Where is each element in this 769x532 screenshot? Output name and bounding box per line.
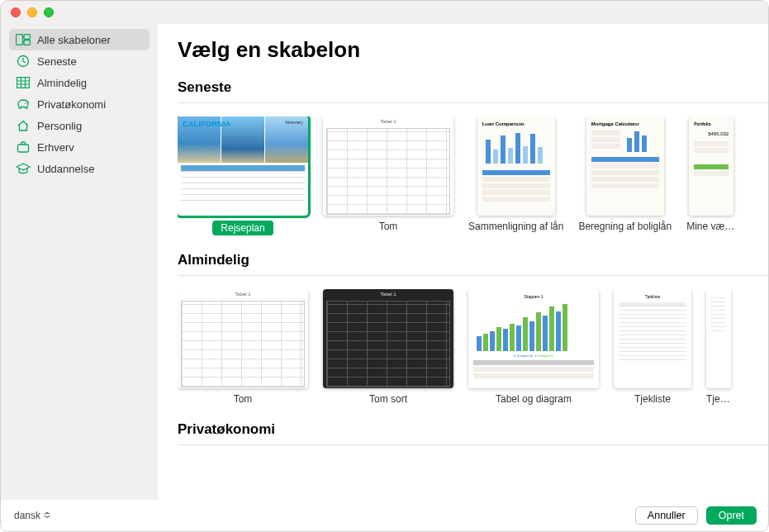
- language-label: dansk: [14, 510, 40, 521]
- thumb-doc-title: Loan Comparison: [482, 121, 550, 126]
- template-label: Tom sort: [369, 393, 407, 405]
- thumb-sub: Itinerary: [285, 120, 303, 125]
- template-label: Mine værdier: [686, 221, 736, 232]
- piggy-icon: [16, 97, 31, 111]
- svg-rect-4: [17, 78, 30, 88]
- template-label: Tabel og diagram: [496, 393, 572, 405]
- sidebar-item-basic[interactable]: Almindelig: [9, 72, 150, 93]
- template-label: Tjekliste: [706, 393, 731, 405]
- sidebar-item-label: Privatøkonomi: [37, 98, 106, 111]
- template-label: Tom: [379, 221, 398, 232]
- template-tjekliste-2[interactable]: Tjekliste: [706, 289, 731, 405]
- svg-point-9: [25, 102, 26, 104]
- template-tom-sort[interactable]: Tabel 1 Tom sort: [323, 289, 453, 405]
- sidebar-item-business[interactable]: Erhverv: [9, 136, 150, 158]
- template-label: Sammenligning af lån: [468, 221, 563, 232]
- window-fullscreen-button[interactable]: [44, 7, 54, 17]
- templates-icon: [16, 33, 31, 46]
- template-thumbnail: Loan Comparison: [477, 116, 555, 216]
- sidebar: Alle skabeloner Seneste Almindelig Priva…: [1, 24, 158, 501]
- bottom-bar: dansk Annuller Opret: [1, 500, 768, 531]
- grid-icon: [16, 76, 31, 89]
- template-thumbnail: Tjekliste: [614, 289, 691, 388]
- svg-rect-1: [24, 35, 31, 40]
- sidebar-item-label: Almindelig: [37, 77, 87, 89]
- template-thumbnail: [706, 289, 731, 388]
- section-title-recent: Seneste: [178, 79, 768, 96]
- sidebar-item-education[interactable]: Uddannelse: [9, 158, 150, 179]
- house-icon: [16, 119, 31, 132]
- chevron-updown-icon: [44, 512, 50, 519]
- template-loan-comparison[interactable]: Loan Comparison Sammenligning af lån: [468, 116, 563, 235]
- window-close-button[interactable]: [11, 7, 21, 17]
- content-area: Vælg en skabelon Seneste CALIFORNIA Itin…: [158, 24, 768, 501]
- thumb-headline: CALIFORNIA: [183, 120, 231, 128]
- gradcap-icon: [16, 162, 31, 175]
- window-minimize-button[interactable]: [27, 7, 37, 17]
- template-thumbnail: CALIFORNIA Itinerary: [178, 116, 308, 216]
- sidebar-item-label: Personlig: [37, 120, 82, 132]
- clock-icon: [16, 55, 31, 68]
- svg-rect-2: [24, 40, 31, 45]
- template-thumbnail: Mortgage Calculator: [586, 116, 664, 216]
- svg-rect-0: [17, 35, 23, 45]
- template-row-recent: CALIFORNIA Itinerary Rejseplan Tabel 1 T…: [178, 116, 768, 235]
- template-label: Rejseplan: [212, 221, 273, 235]
- template-label: Beregning af boliglån: [578, 221, 672, 232]
- divider: [178, 102, 768, 103]
- cancel-button[interactable]: Annuller: [635, 506, 698, 525]
- template-tjekliste[interactable]: Tjekliste Tjekliste: [614, 289, 691, 405]
- template-thumbnail: Diagram 1 ● Kategori A ● Kategori B: [468, 289, 599, 388]
- template-row-basic: Tabel 1 Tom Tabel 1 Tom sort Diagram 1: [178, 289, 768, 405]
- template-rejseplan[interactable]: CALIFORNIA Itinerary Rejseplan: [178, 116, 308, 235]
- briefcase-icon: [16, 140, 31, 154]
- template-portfolio[interactable]: Portfolio $495,032 Mine værdier: [686, 116, 736, 235]
- sidebar-item-all-templates[interactable]: Alle skabeloner: [9, 29, 150, 50]
- title-bar: [1, 1, 768, 24]
- sidebar-item-recent[interactable]: Seneste: [9, 50, 150, 72]
- sidebar-item-label: Seneste: [37, 55, 77, 68]
- divider: [178, 275, 768, 276]
- sidebar-item-personal-finance[interactable]: Privatøkonomi: [9, 93, 150, 115]
- section-title-basic: Almindelig: [178, 252, 768, 268]
- sidebar-item-label: Alle skabeloner: [37, 34, 111, 46]
- section-title-finance: Privatøkonomi: [178, 421, 768, 438]
- template-tom[interactable]: Tabel 1 Tom: [323, 116, 453, 235]
- thumb-doc-title: Mortgage Calculator: [591, 121, 659, 126]
- create-button[interactable]: Opret: [706, 506, 757, 525]
- svg-rect-10: [18, 145, 29, 152]
- template-tabel-diagram[interactable]: Diagram 1 ● Kategori A ● Kategori B Tabe…: [468, 289, 599, 405]
- page-title: Vælg en skabelon: [178, 37, 768, 63]
- template-tom-basic[interactable]: Tabel 1 Tom: [178, 289, 308, 405]
- divider: [178, 444, 768, 445]
- template-label: Tom: [234, 393, 253, 405]
- sidebar-item-label: Uddannelse: [37, 163, 94, 175]
- template-label: Tjekliste: [634, 393, 671, 405]
- thumb-doc-title: Portfolio: [694, 121, 729, 126]
- template-thumbnail: Tabel 1: [323, 116, 453, 216]
- template-thumbnail: Tabel 1: [178, 289, 308, 388]
- language-select[interactable]: dansk: [12, 510, 50, 521]
- sidebar-item-personal[interactable]: Personlig: [9, 115, 150, 136]
- template-thumbnail: Tabel 1: [323, 289, 453, 388]
- template-thumbnail: Portfolio $495,032: [689, 116, 733, 216]
- template-mortgage-calculator[interactable]: Mortgage Calculator Beregning af boliglå…: [578, 116, 672, 235]
- sidebar-item-label: Erhverv: [37, 141, 74, 154]
